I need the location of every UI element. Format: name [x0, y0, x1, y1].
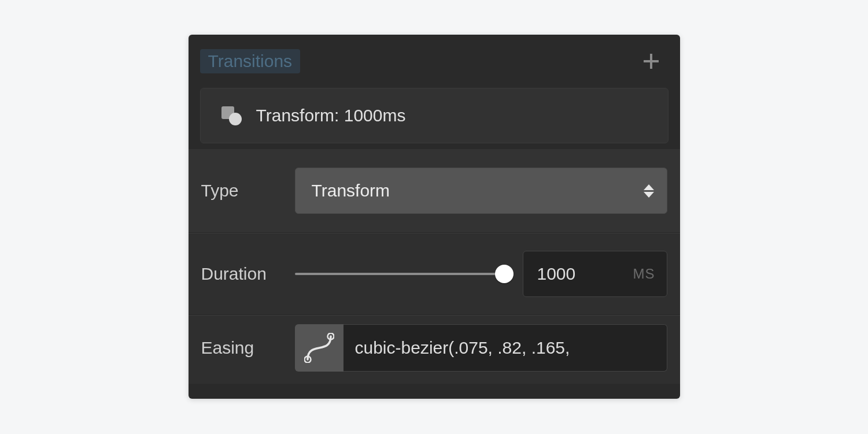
panel-header: Transitions — [189, 35, 680, 88]
add-transition-button[interactable] — [638, 49, 664, 74]
easing-curve-button[interactable] — [295, 324, 343, 372]
transitions-panel: Transitions Transform: 1000ms Type Trans… — [189, 35, 680, 399]
type-label: Type — [201, 181, 295, 201]
transition-item[interactable]: Transform: 1000ms — [200, 88, 668, 143]
duration-label: Duration — [201, 264, 295, 284]
svg-point-3 — [229, 113, 242, 125]
easing-label: Easing — [201, 338, 295, 358]
duration-input[interactable]: 1000 MS — [523, 251, 667, 297]
duration-slider[interactable] — [295, 273, 512, 275]
panel-title: Transitions — [200, 49, 301, 73]
select-chevrons-icon — [644, 184, 654, 198]
duration-value: 1000 — [537, 264, 633, 284]
bezier-curve-icon — [304, 333, 334, 363]
transform-icon — [220, 105, 243, 126]
svg-rect-1 — [644, 60, 659, 62]
transition-item-label: Transform: 1000ms — [256, 106, 406, 125]
easing-picker: cubic-bezier(.075, .82, .165, — [295, 324, 667, 372]
duration-row: Duration 1000 MS — [189, 233, 680, 315]
easing-value: cubic-bezier(.075, .82, .165, — [355, 338, 570, 358]
plus-icon — [642, 53, 660, 70]
type-select-value: Transform — [312, 181, 644, 201]
type-row: Type Transform — [189, 149, 680, 233]
type-select[interactable]: Transform — [295, 168, 667, 214]
easing-row: Easing cubic-bezier(.075, .82, .165, — [189, 315, 680, 384]
easing-input[interactable]: cubic-bezier(.075, .82, .165, — [343, 324, 667, 372]
duration-unit: MS — [633, 266, 655, 282]
slider-thumb[interactable] — [495, 265, 514, 283]
